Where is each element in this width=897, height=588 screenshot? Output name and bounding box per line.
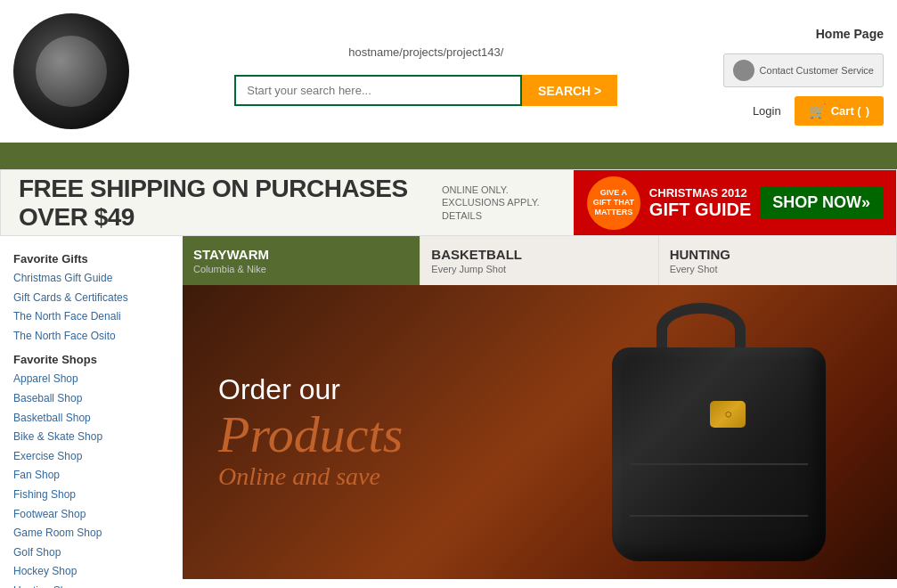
banner-subtext: ONLINE ONLY. EXCLUSIONS APPLY. DETAILS — [442, 184, 556, 222]
christmas-label: CHRISTMAS 2012 GIFT GUIDE — [649, 186, 751, 220]
bag-body: ⬡ — [612, 347, 826, 561]
tab-hunting[interactable]: HUNTING Every Shot — [659, 236, 897, 285]
sidebar-item-christmas-gift-guide[interactable]: Christmas Gift Guide — [13, 269, 169, 289]
bag-detail — [630, 463, 808, 517]
tab-hunting-title: HUNTING — [670, 247, 885, 262]
logo — [13, 13, 129, 129]
tab-staywarm[interactable]: STAYWARM Columbia & Nike — [183, 236, 420, 285]
tab-staywarm-subtitle: Columbia & Nike — [193, 264, 409, 274]
sidebar-item-basketball-shop[interactable]: Basketball Shop — [13, 409, 169, 429]
sidebar-item-gift-cards[interactable]: Gift Cards & Certificates — [13, 289, 169, 308]
hero-section: Order our Products Online and save ⬡ — [183, 285, 897, 579]
sidebar-item-apparel-shop[interactable]: Apparel Shop — [13, 370, 169, 389]
sidebar: Favorite Gifts Christmas Gift Guide Gift… — [0, 236, 183, 588]
header: hostname/projects/project143/ SEARCH > H… — [0, 0, 897, 143]
hero-bag-image: ⬡ — [594, 303, 844, 570]
hero-text: Order our Products Online and save — [183, 347, 438, 519]
search-input[interactable] — [234, 75, 522, 106]
favorite-gifts-title: Favorite Gifts — [13, 252, 169, 265]
banner-shipping-text: FREE SHIPPING ON PURCHASES OVER $49 — [19, 175, 433, 232]
search-bar: SEARCH > — [234, 75, 617, 106]
bag-clasp: ⬡ — [710, 401, 746, 428]
home-page-label: Home Page — [816, 27, 884, 41]
tab-basketball-subtitle: Every Jump Shot — [431, 264, 647, 274]
header-right: Home Page Contact Customer Service Login… — [723, 18, 884, 126]
cart-count: ) — [866, 104, 869, 118]
promo-banner: FREE SHIPPING ON PURCHASES OVER $49 ONLI… — [0, 169, 897, 236]
banner-left: FREE SHIPPING ON PURCHASES OVER $49 ONLI… — [1, 175, 574, 232]
search-button[interactable]: SEARCH > — [522, 75, 617, 106]
shop-now-button[interactable]: SHOP NOW» — [760, 186, 883, 219]
sidebar-item-fishing-shop[interactable]: Fishing Shop — [13, 486, 169, 505]
header-middle: hostname/projects/project143/ SEARCH > — [129, 37, 723, 106]
favorite-shops-title: Favorite Shops — [13, 353, 169, 366]
sidebar-item-hockey-shop[interactable]: Hockey Shop — [13, 562, 169, 582]
sidebar-item-bike-skate-shop[interactable]: Bike & Skate Shop — [13, 428, 169, 447]
sidebar-item-footwear-shop[interactable]: Footwear Shop — [13, 505, 169, 525]
gift-badge: GIVE A GIFT THAT MATTERS — [587, 176, 640, 230]
avatar-icon — [733, 60, 754, 81]
cart-button[interactable]: 🛒 Cart ( ) — [795, 96, 884, 126]
tab-basketball[interactable]: BASKETBALL Every Jump Shot — [420, 236, 658, 285]
nav-bar — [0, 143, 897, 169]
banner-right: GIVE A GIFT THAT MATTERS CHRISTMAS 2012 … — [574, 170, 896, 235]
sidebar-item-north-face-denali[interactable]: The North Face Denali — [13, 307, 169, 327]
hero-line1: Order our — [218, 373, 403, 406]
cart-icon: 🛒 — [809, 102, 827, 119]
contact-button[interactable]: Contact Customer Service — [723, 53, 884, 87]
tab-bar: STAYWARM Columbia & Nike BASKETBALL Ever… — [183, 236, 897, 285]
cart-label: Cart ( — [831, 104, 861, 118]
contact-label: Contact Customer Service — [760, 65, 874, 76]
sidebar-item-north-face-osito[interactable]: The North Face Osito — [13, 327, 169, 347]
content-area: STAYWARM Columbia & Nike BASKETBALL Ever… — [183, 236, 897, 588]
sidebar-item-baseball-shop[interactable]: Baseball Shop — [13, 389, 169, 409]
sidebar-item-exercise-shop[interactable]: Exercise Shop — [13, 447, 169, 467]
sidebar-item-game-room-shop[interactable]: Game Room Shop — [13, 524, 169, 543]
hero-line2: Products — [218, 406, 403, 463]
breadcrumb: hostname/projects/project143/ — [348, 45, 503, 59]
hero-line3: Online and save — [218, 462, 403, 491]
logo-inner — [36, 36, 107, 107]
sidebar-item-hunting-shop[interactable]: Hunting Shop — [13, 582, 169, 588]
sidebar-item-fan-shop[interactable]: Fan Shop — [13, 466, 169, 486]
login-link[interactable]: Login — [753, 104, 781, 118]
tab-staywarm-title: STAYWARM — [193, 247, 409, 262]
sidebar-item-golf-shop[interactable]: Golf Shop — [13, 543, 169, 563]
tab-hunting-subtitle: Every Shot — [670, 264, 885, 274]
main-content: Favorite Gifts Christmas Gift Guide Gift… — [0, 236, 897, 588]
tab-basketball-title: BASKETBALL — [431, 247, 647, 262]
